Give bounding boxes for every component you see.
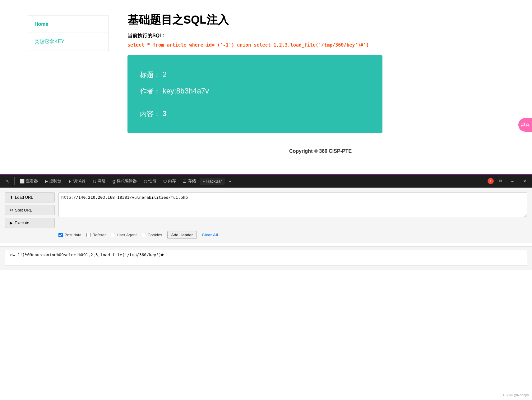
hackbar-icon: ● <box>203 179 205 184</box>
devtools-performance[interactable]: ◎ 性能 <box>141 177 160 185</box>
translate-button[interactable]: ⇄A <box>518 118 532 132</box>
devtools-memory[interactable]: ⬡ 内存 <box>160 177 179 185</box>
page-title: 基础题目之SQL注入 <box>127 12 513 28</box>
network-icon: ↑↓ <box>92 179 96 184</box>
sidebar: Home 突破它拿KEY <box>28 16 109 51</box>
postdata-textarea[interactable] <box>5 250 527 266</box>
execute-button[interactable]: ▶ Execute <box>5 218 55 228</box>
content-area: 基础题目之SQL注入 当前执行的SQL: select * from artic… <box>115 6 532 168</box>
hackbar-panel: ⬇ Load URL ✂ Split URL ▶ Execute Post da… <box>0 188 532 243</box>
load-url-icon: ⬇ <box>10 195 13 200</box>
devtools-hackbar[interactable]: ● HackBar <box>200 178 225 185</box>
cursor-icon: ↖ <box>6 179 9 184</box>
result-title-row: 标题： 2 <box>140 66 370 83</box>
devtools-style-editor[interactable]: {} 样式编辑器 <box>109 177 140 185</box>
devtools-close-button[interactable]: ✕ <box>520 178 530 185</box>
debugger-icon: ⏵ <box>68 179 72 184</box>
clear-all-button[interactable]: Clear All <box>202 233 218 237</box>
result-box: 标题： 2 作者： key:8b3h4a7v 内容： 3 <box>127 55 382 133</box>
close-icon: ✕ <box>523 179 526 184</box>
execute-icon: ▶ <box>10 220 13 225</box>
sql-query: select * from article where id= ('-1') u… <box>127 42 513 48</box>
devtools-storage[interactable]: ☰ 存储 <box>180 177 199 185</box>
hackbar-action-buttons: ⬇ Load URL ✂ Split URL ▶ Execute <box>5 192 55 228</box>
more-tools-icon: » <box>229 179 231 184</box>
devtools-more[interactable]: » <box>225 178 234 185</box>
csdn-watermark: CSDN @Noobjry <box>503 393 529 397</box>
inspector-icon: ⬜ <box>20 179 25 184</box>
user-agent-checkbox[interactable] <box>111 233 115 237</box>
storage-icon: ☰ <box>183 179 187 184</box>
user-agent-checkbox-label[interactable]: User Agent <box>111 233 136 237</box>
post-data-checkbox[interactable] <box>58 233 63 237</box>
hackbar-main-row: ⬇ Load URL ✂ Split URL ▶ Execute <box>5 192 527 228</box>
performance-icon: ◎ <box>144 179 147 184</box>
copy-icon: ⧉ <box>499 179 502 184</box>
style-editor-icon: {} <box>113 179 115 184</box>
url-textarea[interactable] <box>58 192 527 217</box>
toolbar-separator-1 <box>14 177 15 185</box>
devtools-toolbar: ↖ ⬜ 查看器 ▶ 控制台 ⏵ 调试器 ↑↓ 网络 {} 样式编辑器 ◎ 性能 … <box>0 174 532 188</box>
memory-icon: ⬡ <box>163 179 167 184</box>
referer-checkbox-label[interactable]: Referer <box>86 233 106 237</box>
devtools-debugger[interactable]: ⏵ 调试器 <box>65 177 89 185</box>
devtools-console[interactable]: ▶ 控制台 <box>42 177 64 185</box>
copy-panel-button[interactable]: ⧉ <box>496 177 505 185</box>
load-url-button[interactable]: ⬇ Load URL <box>5 192 55 202</box>
devtools-inspector[interactable]: ⬜ 查看器 <box>16 177 41 185</box>
sql-label: 当前执行的SQL: <box>127 33 513 39</box>
main-content: Home 突破它拿KEY 基础题目之SQL注入 当前执行的SQL: select… <box>0 0 532 174</box>
copyright: Copyright © 360 CISP-PTE <box>127 142 513 160</box>
hackbar-options-row: Post data Referer User Agent Cookies Add… <box>5 231 527 239</box>
cookies-checkbox[interactable] <box>142 233 146 237</box>
result-author-row: 作者： key:8b3h4a7v <box>140 83 370 99</box>
console-icon: ▶ <box>45 179 48 184</box>
devtools-network[interactable]: ↑↓ 网络 <box>89 177 109 185</box>
sidebar-item-key[interactable]: 突破它拿KEY <box>28 33 109 51</box>
error-badge: 1 <box>488 178 494 184</box>
toolbar-right: 1 ⧉ ··· ✕ <box>488 177 530 185</box>
hackbar-postdata-panel <box>0 246 532 270</box>
split-url-icon: ✂ <box>10 208 13 212</box>
devtools-cursor-tool[interactable]: ↖ <box>2 176 12 186</box>
menu-icon: ··· <box>511 179 514 184</box>
add-header-button[interactable]: Add Header <box>167 231 197 239</box>
devtools-menu-button[interactable]: ··· <box>508 178 517 185</box>
split-url-button[interactable]: ✂ Split URL <box>5 205 55 215</box>
cookies-checkbox-label[interactable]: Cookies <box>142 233 162 237</box>
post-data-checkbox-label[interactable]: Post data <box>58 233 81 237</box>
referer-checkbox[interactable] <box>86 233 91 237</box>
result-content-row: 内容： 3 <box>140 106 370 122</box>
sidebar-item-home[interactable]: Home <box>28 16 109 33</box>
